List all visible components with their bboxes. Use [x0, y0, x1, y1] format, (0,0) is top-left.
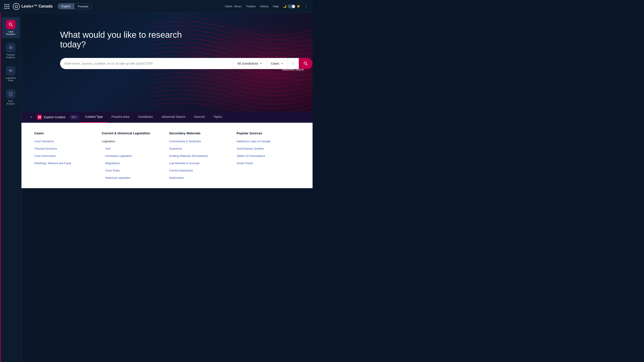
- regulations-link[interactable]: Regulations: [105, 162, 120, 165]
- dictionaries-link[interactable]: Dictionaries: [169, 176, 184, 179]
- historical-legislation-link[interactable]: Historical Legislation: [105, 176, 131, 179]
- legislation-link[interactable]: Legislation: [102, 140, 115, 143]
- smart-charts-link[interactable]: Smart Charts: [236, 162, 253, 165]
- tab-practice-area[interactable]: Practice Area: [107, 112, 134, 123]
- theme-toggle[interactable]: 🌙 ☀️: [283, 4, 300, 8]
- drafting-materials-link[interactable]: Drafting Materials (Precedents): [169, 154, 208, 157]
- popular-sources-list: Halsbury's Laws of Canada JurisClasseur …: [236, 139, 300, 165]
- current-awareness-link[interactable]: Current Awareness: [169, 169, 193, 172]
- svg-rect-6: [38, 116, 39, 117]
- pleadings-link[interactable]: Pleadings, Motions and Facta: [34, 162, 71, 165]
- svg-rect-8: [38, 117, 39, 118]
- hero-section: What would you like to research today? A…: [22, 13, 312, 112]
- sidebar-label-legal-research: LegalResearch: [6, 30, 15, 36]
- court-decisions-link[interactable]: Court Decisions: [34, 140, 54, 143]
- popular-sources-column: Popular Sources Halsbury's Laws of Canad…: [236, 131, 300, 180]
- sidebar-item-legislative-pulse[interactable]: LegislativePulse: [2, 63, 20, 84]
- explore-content-button[interactable]: Explore Content: [34, 112, 68, 123]
- client-link[interactable]: Client: -None-: [225, 5, 242, 8]
- hero-content: What would you like to research today? A…: [22, 13, 312, 69]
- court-rules-link[interactable]: Court Rules: [105, 169, 120, 172]
- more-options-icon[interactable]: ⋮: [304, 4, 308, 9]
- annotated-legislation-link[interactable]: Annotated Legislation: [105, 154, 132, 157]
- nav-tabs-bar: ▼ Explore Content CA › Content Type Prac…: [22, 112, 312, 123]
- grid-menu-icon[interactable]: [4, 4, 10, 9]
- cases-dropdown[interactable]: Cases ▼: [266, 58, 288, 69]
- quantums-link[interactable]: Quantums: [169, 147, 182, 150]
- list-item: Quantums: [169, 147, 232, 150]
- main-content: What would you like to research today? A…: [22, 13, 312, 188]
- explore-content-icon: [37, 115, 42, 120]
- cases-heading: Cases: [34, 131, 98, 135]
- svg-rect-7: [40, 116, 41, 117]
- acts-link[interactable]: Acts: [105, 147, 110, 150]
- tab-content-type[interactable]: Content Type: [81, 112, 107, 123]
- halsburys-link[interactable]: Halsbury's Laws of Canada: [236, 140, 270, 143]
- case-summaries-link[interactable]: Case Summaries: [34, 154, 56, 157]
- secondary-materials-list: Commentary & Textbooks Quantums Drafting…: [169, 139, 232, 180]
- tab-topics[interactable]: Topics: [209, 112, 226, 123]
- list-item: Drafting Materials (Precedents): [169, 154, 232, 158]
- popular-sources-heading: Popular Sources: [236, 131, 300, 135]
- toggle-track[interactable]: [288, 4, 296, 8]
- star-icon: ☆: [292, 61, 295, 66]
- svg-rect-9: [40, 117, 41, 118]
- sidebar-label-legislative-pulse: LegislativePulse: [6, 77, 16, 82]
- legislation-column: Current & Historical Legislation Legisla…: [102, 131, 165, 180]
- tribunal-decisions-link[interactable]: Tribunal Decisions: [34, 147, 57, 150]
- toggle-thumb: [292, 5, 295, 8]
- brief-analysis-icon: [6, 89, 16, 99]
- legal-research-icon: [6, 20, 16, 29]
- sidebar-label-brief-analysis: BriefAnalysis: [7, 100, 14, 105]
- hero-title: What would you like to research today?: [60, 30, 189, 49]
- svg-point-0: [9, 23, 12, 25]
- history-link[interactable]: History: [260, 5, 268, 8]
- tab-advanced-search[interactable]: Advanced Search: [157, 112, 190, 123]
- secondary-materials-column: Secondary Materials Commentary & Textboo…: [169, 131, 232, 180]
- legislative-pulse-icon: [6, 66, 16, 75]
- list-item: Tables of Concordance: [236, 154, 300, 158]
- tab-jurisdiction[interactable]: Jurisdiction: [134, 112, 157, 123]
- legislation-list: Legislation Acts Annotated Legislation R…: [102, 139, 165, 180]
- sidebar: LegalResearch PracticalGuidance Legislat…: [0, 13, 22, 188]
- logo-text: Lexis+™ Canada: [22, 4, 52, 8]
- tab-sources[interactable]: Sources: [190, 112, 209, 123]
- collapse-icon[interactable]: ▼: [30, 116, 33, 119]
- list-item: Dictionaries: [169, 176, 232, 180]
- list-item: Annotated Legislation: [102, 154, 165, 158]
- svg-line-1: [12, 25, 12, 26]
- ca-chevron-icon: ›: [76, 116, 77, 118]
- sidebar-item-practical-guidance[interactable]: PracticalGuidance: [2, 40, 20, 61]
- list-item: Pleadings, Motions and Facta: [34, 161, 98, 165]
- list-item: Regulations: [102, 161, 165, 165]
- tables-concordance-link[interactable]: Tables of Concordance: [236, 154, 265, 157]
- legislation-heading: Current & Historical Legislation: [102, 131, 165, 135]
- sidebar-label-practical-guidance: PracticalGuidance: [6, 54, 15, 59]
- secondary-materials-heading: Secondary Materials: [169, 131, 232, 135]
- english-button[interactable]: English: [58, 3, 74, 9]
- sidebar-item-brief-analysis[interactable]: BriefAnalysis: [2, 87, 20, 108]
- french-button[interactable]: Français: [74, 3, 92, 9]
- jurisclasseur-link[interactable]: JurisClasseur Québec: [236, 147, 264, 150]
- logo: Lexis+™ Canada: [13, 3, 52, 10]
- ca-jurisdiction-badge[interactable]: CA ›: [70, 115, 79, 119]
- sidebar-accent: [0, 13, 1, 188]
- header-right: Client: -None- Folders History Help 🌙 ☀️…: [225, 4, 308, 9]
- list-item: Court Rules: [102, 168, 165, 172]
- star-button[interactable]: ☆: [288, 58, 299, 69]
- jurisdiction-dropdown[interactable]: All Jurisdictions ▼: [233, 58, 266, 69]
- logo-inner-icon: [15, 5, 18, 8]
- folders-link[interactable]: Folders: [246, 5, 256, 8]
- search-button[interactable]: [299, 58, 312, 69]
- law-reviews-link[interactable]: Law Reviews & Journals: [169, 162, 200, 165]
- commentary-textbooks-link[interactable]: Commentary & Textbooks: [169, 140, 201, 143]
- advanced-search-link[interactable]: Advanced Search: [282, 68, 304, 71]
- sidebar-item-legal-research[interactable]: LegalResearch: [2, 17, 20, 38]
- help-link[interactable]: Help: [273, 5, 279, 8]
- svg-line-5: [306, 64, 308, 65]
- cases-label: Cases: [271, 62, 279, 65]
- search-bar: All Jurisdictions ▼ Cases ▼ ☆ Advanced S…: [60, 58, 312, 69]
- list-item: Acts: [102, 147, 165, 150]
- ca-label: CA: [72, 116, 75, 119]
- search-input[interactable]: [64, 62, 228, 65]
